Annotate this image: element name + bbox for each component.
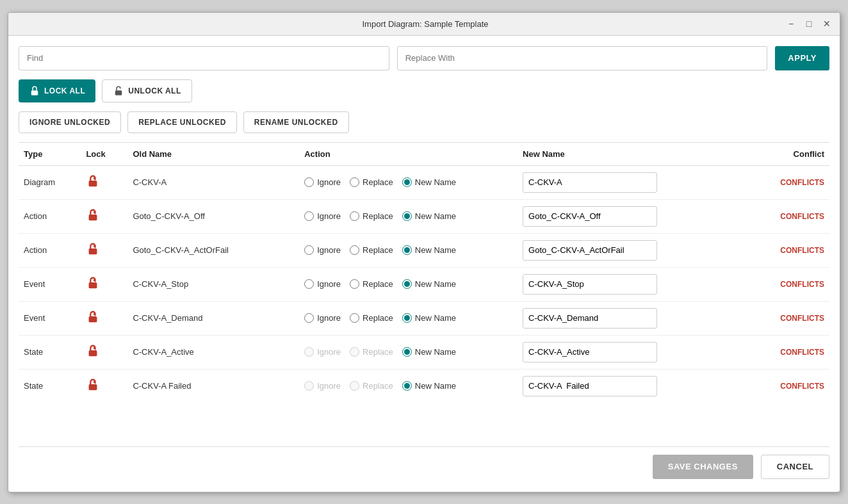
ignore-radio[interactable] — [304, 279, 314, 289]
cell-action: Ignore Replace New Name — [299, 301, 518, 335]
lock-all-button[interactable]: LOCK ALL — [19, 79, 95, 102]
cell-type: State — [19, 335, 81, 369]
new-name-input[interactable] — [523, 240, 657, 261]
new-name-radio-option[interactable]: New Name — [402, 279, 456, 289]
svg-line-3 — [94, 178, 95, 179]
cell-conflict: CONFLICTS — [736, 199, 829, 233]
lock-status-icon[interactable] — [86, 344, 100, 358]
replace-radio[interactable] — [350, 279, 359, 289]
lock-status-icon[interactable] — [86, 208, 100, 222]
ignore-radio-option[interactable]: Ignore — [304, 279, 341, 289]
new-name-radio-option[interactable]: New Name — [402, 381, 456, 391]
new-name-radio[interactable] — [402, 313, 412, 323]
close-button[interactable]: ✕ — [820, 17, 833, 30]
new-name-radio[interactable] — [402, 245, 412, 255]
new-name-input[interactable] — [523, 376, 657, 396]
new-name-input[interactable] — [523, 274, 657, 295]
cell-old-name: C-CKV-A_Demand — [127, 301, 299, 335]
minimize-button[interactable]: − — [785, 17, 797, 30]
replace-input[interactable] — [397, 46, 768, 70]
col-header-conflict: Conflict — [736, 143, 829, 166]
window-title: Import Diagram: Sample Template — [66, 19, 785, 29]
lock-status-icon[interactable] — [86, 310, 100, 324]
cell-new-name — [518, 335, 736, 369]
lock-status-icon[interactable] — [86, 276, 100, 290]
new-name-radio[interactable] — [402, 381, 412, 391]
find-input[interactable] — [19, 46, 389, 70]
lock-status-icon[interactable] — [86, 242, 100, 256]
cell-conflict: CONFLICTS — [736, 165, 829, 199]
ignore-radio[interactable] — [304, 381, 314, 391]
replace-label: Replace — [363, 381, 393, 391]
cell-action: Ignore Replace New Name — [299, 165, 518, 199]
replace-radio-option[interactable]: Replace — [350, 245, 393, 255]
ignore-radio[interactable] — [304, 211, 314, 221]
ignore-radio-option[interactable]: Ignore — [304, 347, 341, 357]
cell-old-name: C-CKV-A_Stop — [127, 267, 299, 301]
replace-radio[interactable] — [350, 347, 359, 357]
new-name-label: New Name — [415, 279, 456, 289]
new-name-label: New Name — [415, 313, 456, 323]
ignore-label: Ignore — [317, 245, 341, 255]
new-name-radio[interactable] — [402, 211, 412, 221]
lock-status-icon[interactable] — [86, 174, 100, 188]
cell-action: Ignore Replace New Name — [299, 335, 518, 369]
ignore-radio[interactable] — [304, 347, 314, 357]
new-name-radio-option[interactable]: New Name — [402, 245, 456, 255]
rename-unlocked-button[interactable]: RENAME UNLOCKED — [243, 111, 349, 133]
new-name-radio-option[interactable]: New Name — [402, 177, 456, 187]
replace-radio-option[interactable]: Replace — [350, 279, 393, 289]
new-name-radio-option[interactable]: New Name — [402, 211, 456, 221]
new-name-input[interactable] — [523, 172, 657, 193]
ignore-radio-option[interactable]: Ignore — [304, 381, 341, 391]
replace-label: Replace — [363, 313, 393, 323]
replace-radio-option[interactable]: Replace — [350, 177, 393, 187]
new-name-radio-option[interactable]: New Name — [402, 347, 456, 357]
replace-unlocked-button[interactable]: REPLACE UNLOCKED — [127, 111, 237, 133]
svg-rect-6 — [89, 248, 97, 254]
lock-status-icon[interactable] — [86, 378, 100, 392]
replace-radio-option[interactable]: Replace — [350, 313, 393, 323]
replace-radio-option[interactable]: Replace — [350, 381, 393, 391]
col-header-old-name: Old Name — [127, 143, 299, 166]
replace-radio[interactable] — [350, 313, 359, 323]
action-radio-group: Ignore Replace New Name — [304, 347, 512, 357]
ignore-radio[interactable] — [304, 313, 314, 323]
unlock-all-button[interactable]: UNLOCK ALL — [102, 79, 192, 102]
col-header-type: Type — [19, 143, 81, 166]
maximize-button[interactable]: □ — [803, 17, 815, 30]
new-name-input[interactable] — [523, 342, 657, 362]
cell-conflict: CONFLICTS — [736, 233, 829, 267]
ignore-radio-option[interactable]: Ignore — [304, 313, 341, 323]
svg-rect-2 — [89, 181, 97, 186]
replace-label: Replace — [363, 211, 393, 221]
cancel-button[interactable]: CANCEL — [761, 455, 829, 479]
svg-rect-12 — [89, 350, 97, 356]
cell-type: Diagram — [19, 165, 81, 199]
new-name-label: New Name — [415, 245, 456, 255]
replace-radio-option[interactable]: Replace — [350, 211, 393, 221]
replace-radio[interactable] — [350, 245, 359, 255]
new-name-input[interactable] — [523, 206, 657, 227]
ignore-radio[interactable] — [304, 245, 314, 255]
dialog-content: APPLY LOCK ALL UNLOCK ALL IGNORE UNLOC — [8, 36, 840, 492]
ignore-radio-option[interactable]: Ignore — [304, 177, 341, 187]
new-name-radio-option[interactable]: New Name — [402, 313, 456, 323]
ignore-unlocked-button[interactable]: IGNORE UNLOCKED — [19, 111, 121, 133]
new-name-label: New Name — [415, 177, 456, 187]
ignore-radio[interactable] — [304, 177, 314, 187]
new-name-radio[interactable] — [402, 177, 412, 187]
save-changes-button[interactable]: SAVE CHANGES — [653, 455, 753, 479]
replace-radio[interactable] — [350, 381, 359, 391]
action-radio-group: Ignore Replace New Name — [304, 211, 512, 221]
replace-radio[interactable] — [350, 177, 359, 187]
replace-radio[interactable] — [350, 211, 359, 221]
replace-radio-option[interactable]: Replace — [350, 347, 393, 357]
cell-lock — [81, 233, 127, 267]
new-name-radio[interactable] — [402, 279, 412, 289]
ignore-radio-option[interactable]: Ignore — [304, 245, 341, 255]
new-name-input[interactable] — [523, 308, 657, 329]
apply-button[interactable]: APPLY — [775, 46, 829, 70]
new-name-radio[interactable] — [402, 347, 412, 357]
ignore-radio-option[interactable]: Ignore — [304, 211, 341, 221]
